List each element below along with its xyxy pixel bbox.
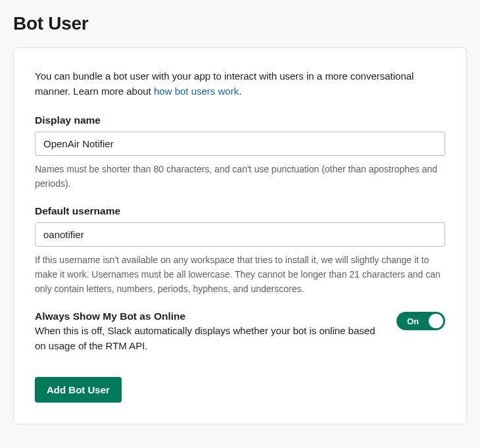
online-toggle[interactable]: On xyxy=(396,312,445,330)
bot-user-card: You can bundle a bot user with your app … xyxy=(13,47,467,424)
default-username-label: Default username xyxy=(35,205,445,217)
default-username-field-group: Default username If this username isn't … xyxy=(35,205,445,296)
add-bot-user-button[interactable]: Add Bot User xyxy=(35,377,122,403)
default-username-help: If this username isn't available on any … xyxy=(35,253,445,296)
online-toggle-text: Always Show My Bot as Online When this i… xyxy=(35,311,381,353)
toggle-knob xyxy=(429,314,443,328)
intro-text: You can bundle a bot user with your app … xyxy=(35,69,445,99)
online-toggle-description: When this is off, Slack automatically di… xyxy=(35,324,381,353)
online-toggle-state-text: On xyxy=(407,316,419,326)
default-username-input[interactable] xyxy=(35,222,445,247)
how-bot-users-work-link[interactable]: how bot users work xyxy=(154,86,239,97)
online-toggle-row: Always Show My Bot as Online When this i… xyxy=(35,311,445,353)
display-name-input[interactable] xyxy=(35,132,445,156)
display-name-label: Display name xyxy=(35,114,445,126)
online-toggle-label: Always Show My Bot as Online xyxy=(35,311,381,322)
intro-text-after: . xyxy=(239,86,241,97)
page-title: Bot User xyxy=(13,13,467,34)
display-name-field-group: Display name Names must be shorter than … xyxy=(35,114,445,191)
display-name-help: Names must be shorter than 80 characters… xyxy=(35,162,445,191)
